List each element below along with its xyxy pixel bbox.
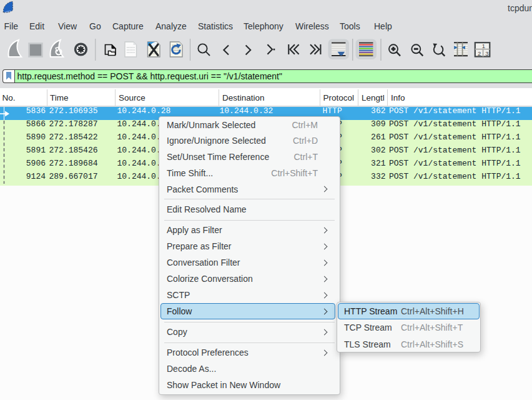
svg-text:1: 1: [482, 42, 485, 49]
svg-text:3: 3: [485, 50, 488, 57]
svg-text:2: 2: [478, 50, 481, 57]
